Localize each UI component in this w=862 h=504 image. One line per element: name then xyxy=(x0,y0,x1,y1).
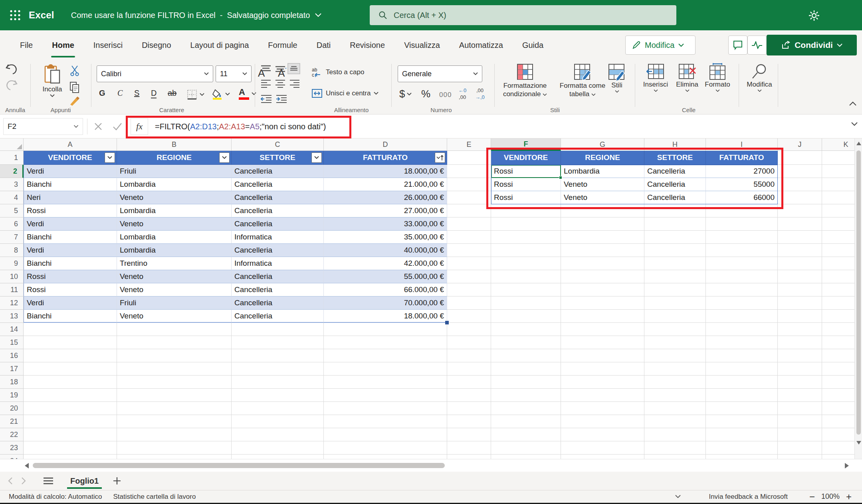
font-size-select[interactable]: 11 xyxy=(216,65,252,82)
cell-B9[interactable]: Trentino xyxy=(117,257,232,270)
cell-F21[interactable] xyxy=(491,415,561,428)
row-header-16[interactable]: 16 xyxy=(0,349,24,362)
cell-F17[interactable] xyxy=(491,362,561,376)
cell-I4[interactable]: 66000 xyxy=(706,191,778,204)
add-sheet-button[interactable] xyxy=(109,473,125,489)
cell-G17[interactable] xyxy=(561,362,644,376)
cell-I9[interactable] xyxy=(706,257,778,270)
cell-F10[interactable] xyxy=(491,270,561,283)
borders-button[interactable] xyxy=(187,89,204,100)
column-header-C[interactable]: C xyxy=(232,138,324,151)
cell-B19[interactable] xyxy=(117,389,232,402)
cell-B3[interactable]: Lombardia xyxy=(117,178,232,191)
tab-visualizza[interactable]: Visualizza xyxy=(394,30,450,60)
cell-K21[interactable] xyxy=(822,415,854,428)
row-header-24[interactable]: 24 xyxy=(0,455,24,459)
cell-B1[interactable]: REGIONE xyxy=(117,151,232,165)
cell-B4[interactable]: Veneto xyxy=(117,191,232,204)
cell-C15[interactable] xyxy=(232,336,324,349)
search-input[interactable]: Cerca (Alt + X) xyxy=(370,5,676,25)
table-resize-handle[interactable] xyxy=(445,321,449,324)
cell-A5[interactable]: Rossi xyxy=(24,204,117,217)
app-launcher-icon[interactable] xyxy=(7,7,23,23)
row-header-11[interactable]: 11 xyxy=(0,283,24,296)
cell-D2[interactable]: 18.000,00 € xyxy=(324,165,447,178)
vertical-scroll-thumb[interactable] xyxy=(856,150,861,435)
cell-I12[interactable] xyxy=(706,296,778,310)
cell-K1[interactable] xyxy=(822,151,854,165)
insert-function-button[interactable]: fx xyxy=(131,118,148,135)
row-header-3[interactable]: 3 xyxy=(0,178,24,191)
cell-C10[interactable]: Cancelleria xyxy=(232,270,324,283)
align-top-icon[interactable] xyxy=(260,65,271,74)
cell-K15[interactable] xyxy=(822,336,854,349)
cell-F11[interactable] xyxy=(491,283,561,296)
cell-D10[interactable]: 55.000,00 € xyxy=(324,270,447,283)
cell-D12[interactable]: 70.000,00 € xyxy=(324,296,447,310)
cell-I20[interactable] xyxy=(706,402,778,415)
cell-E9[interactable] xyxy=(447,257,491,270)
cell-F3[interactable]: Rossi xyxy=(491,178,561,191)
align-left-icon[interactable] xyxy=(260,79,271,89)
column-header-I[interactable]: I xyxy=(706,138,778,151)
cell-J21[interactable] xyxy=(778,415,822,428)
cell-H5[interactable] xyxy=(644,204,706,217)
underline-button[interactable]: S xyxy=(134,89,139,98)
cell-G10[interactable] xyxy=(561,270,644,283)
decrease-decimal-button[interactable]: ←0 ,00 xyxy=(458,88,466,101)
conditional-formatting-button[interactable]: Formattazione condizionale xyxy=(498,63,552,99)
cell-J11[interactable] xyxy=(778,283,822,296)
cell-H15[interactable] xyxy=(644,336,706,349)
tab-file[interactable]: File xyxy=(10,30,42,60)
insert-cells-button[interactable]: Inserisci xyxy=(640,63,671,92)
cell-C22[interactable] xyxy=(232,428,324,441)
cell-C16[interactable] xyxy=(232,349,324,362)
row-header-10[interactable]: 10 xyxy=(0,270,24,283)
cell-K16[interactable] xyxy=(822,349,854,362)
cell-F22[interactable] xyxy=(491,428,561,441)
row-header-7[interactable]: 7 xyxy=(0,231,24,244)
cell-I19[interactable] xyxy=(706,389,778,402)
row-header-17[interactable]: 17 xyxy=(0,362,24,376)
row-header-15[interactable]: 15 xyxy=(0,336,24,349)
cell-B18[interactable] xyxy=(117,376,232,389)
cell-K12[interactable] xyxy=(822,296,854,310)
filter-button-B[interactable] xyxy=(219,152,230,163)
row-header-5[interactable]: 5 xyxy=(0,204,24,217)
calc-mode-status[interactable]: Modalità di calcolo: Automatico xyxy=(3,493,107,501)
column-header-F[interactable]: F xyxy=(491,138,561,151)
row-header-12[interactable]: 12 xyxy=(0,296,24,310)
cell-A21[interactable] xyxy=(24,415,117,428)
cell-C4[interactable]: Cancelleria xyxy=(232,191,324,204)
italic-button[interactable]: C xyxy=(117,89,123,98)
merge-center-button[interactable]: Unisci e centra xyxy=(311,89,378,98)
cell-I7[interactable] xyxy=(706,231,778,244)
cell-C24[interactable] xyxy=(232,455,324,459)
cell-J5[interactable] xyxy=(778,204,822,217)
undo-button[interactable] xyxy=(5,63,18,76)
cell-J12[interactable] xyxy=(778,296,822,310)
align-center-icon[interactable] xyxy=(275,79,286,89)
wrap-text-button[interactable]: ab c Testo a capo xyxy=(311,67,364,77)
cell-I23[interactable] xyxy=(706,441,778,455)
cell-J8[interactable] xyxy=(778,244,822,257)
cell-K23[interactable] xyxy=(822,441,854,455)
horizontal-scrollbar[interactable] xyxy=(0,459,862,472)
cell-G24[interactable] xyxy=(561,455,644,459)
cell-B10[interactable]: Veneto xyxy=(117,270,232,283)
cell-C20[interactable] xyxy=(232,402,324,415)
cell-K6[interactable] xyxy=(822,217,854,231)
cell-H16[interactable] xyxy=(644,349,706,362)
tab-formule[interactable]: Formule xyxy=(258,30,307,60)
cell-G5[interactable] xyxy=(561,204,644,217)
cell-B12[interactable]: Friuli xyxy=(117,296,232,310)
cell-E11[interactable] xyxy=(447,283,491,296)
cell-B16[interactable] xyxy=(117,349,232,362)
tab-guida[interactable]: Guida xyxy=(513,30,553,60)
app-name[interactable]: Excel xyxy=(29,10,54,21)
cell-E17[interactable] xyxy=(447,362,491,376)
cell-C14[interactable] xyxy=(232,323,324,336)
cell-D7[interactable]: 35.000,00 € xyxy=(324,231,447,244)
fill-handle[interactable] xyxy=(559,176,562,179)
cell-G22[interactable] xyxy=(561,428,644,441)
